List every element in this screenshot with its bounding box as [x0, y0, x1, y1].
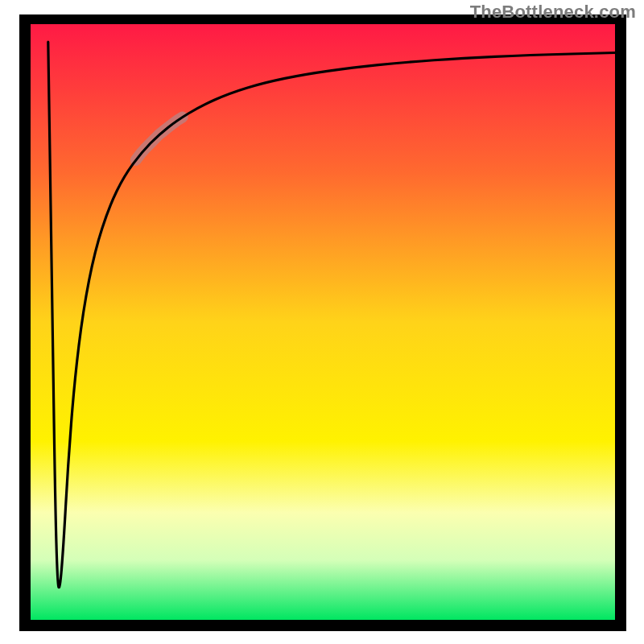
watermark-text: TheBottleneck.com	[470, 2, 636, 23]
plot-frame-left	[19, 14, 31, 631]
bottleneck-chart	[0, 0, 644, 644]
chart-container: { "watermark": "TheBottleneck.com", "cha…	[0, 0, 644, 644]
plot-frame-bottom	[19, 620, 626, 631]
plot-frame-right	[615, 14, 626, 631]
plot-area-fill	[31, 24, 615, 620]
